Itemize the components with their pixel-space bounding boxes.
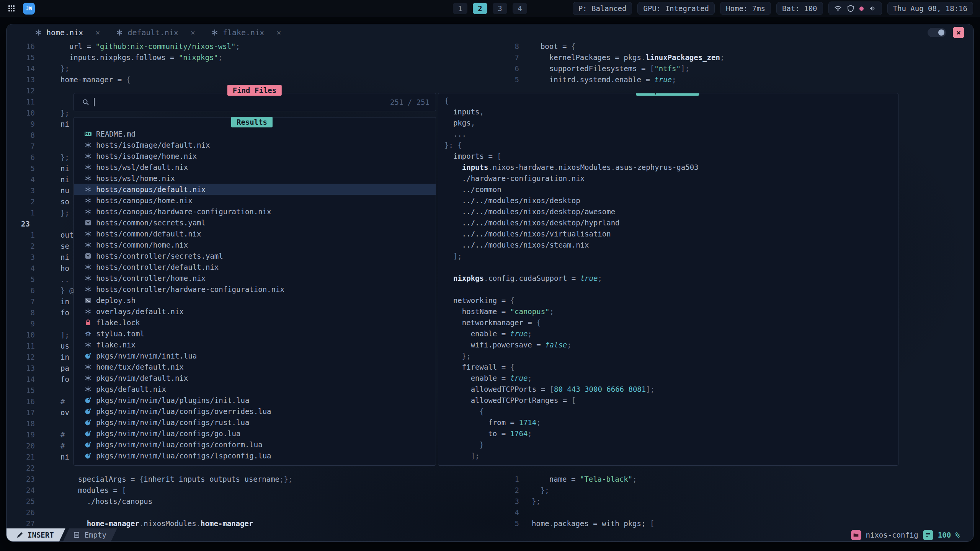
- preview-text: wifi.powersave = false;: [444, 339, 572, 350]
- line-number: 18: [7, 418, 35, 429]
- code-line[interactable]: 6 supportedFilesystems = ["ntfs"];: [500, 63, 973, 74]
- code-line[interactable]: 16 url = "github:nix-community/nixos-wsl…: [7, 41, 435, 52]
- code-text: ];: [60, 329, 69, 341]
- preview-line: ../../modules/nixos/steam.nix: [444, 240, 898, 251]
- result-item[interactable]: hosts/controller/secrets.yaml: [74, 250, 436, 261]
- finder-title-badge: Find Files: [227, 85, 282, 96]
- result-item[interactable]: hosts/canopus/default.nix: [74, 184, 436, 195]
- result-item[interactable]: pkgs/nvim/nvim/lua/configs/overrides.lua: [74, 406, 436, 417]
- result-item[interactable]: hosts/isoImage/home.nix: [74, 150, 436, 161]
- search-icon: [82, 98, 90, 106]
- result-item[interactable]: flake.nix: [74, 339, 436, 350]
- code-line[interactable]: 4: [500, 507, 973, 518]
- result-name: flake.lock: [96, 318, 140, 327]
- result-item[interactable]: hosts/wsl/home.nix: [74, 173, 436, 184]
- preview-text: };: [444, 350, 471, 362]
- search-input[interactable]: 251 / 251: [74, 93, 436, 111]
- code-line[interactable]: 26: [7, 507, 435, 518]
- code-text: };: [532, 496, 541, 507]
- right-pane-top: 8 boot = {7 kernelPackages = pkgs.linuxP…: [500, 41, 973, 85]
- code-text: in: [60, 296, 69, 307]
- code-line[interactable]: 3};: [500, 496, 973, 507]
- code-line[interactable]: 5 initrd.systemd.enable = true;: [500, 74, 973, 85]
- code-text: #: [60, 440, 65, 452]
- result-item[interactable]: stylua.toml: [74, 328, 436, 339]
- tab-close-icon[interactable]: ×: [95, 28, 100, 37]
- distro-logo[interactable]: JW: [23, 3, 35, 15]
- code-line[interactable]: 24 modules = [: [7, 485, 435, 496]
- code-line[interactable]: 7 kernelPackages = pkgs.linuxPackages_ze…: [500, 52, 973, 63]
- result-item[interactable]: hosts/common/secrets.yaml: [74, 217, 436, 228]
- code-line[interactable]: 15 inputs.nixpkgs.follows = "nixpkgs";: [7, 52, 435, 63]
- code-line[interactable]: 5home.packages = with pkgs; [: [500, 518, 973, 528]
- system-tray[interactable]: [828, 2, 882, 15]
- tab-close-icon[interactable]: ×: [191, 28, 195, 37]
- result-item[interactable]: home/tux/default.nix: [74, 361, 436, 372]
- result-item[interactable]: hosts/canopus/hardware-configuration.nix: [74, 206, 436, 217]
- window-close-button[interactable]: ×: [953, 27, 964, 38]
- code-line[interactable]: 2 };: [500, 485, 973, 496]
- result-item[interactable]: hosts/controller/default.nix: [74, 261, 436, 272]
- result-item[interactable]: pkgs/nvim/nvim/lua/plugins/init.lua: [74, 395, 436, 406]
- code-text: name = "Tela-black";: [532, 474, 637, 485]
- result-item[interactable]: pkgs/nvim/default.nix: [74, 372, 436, 383]
- result-item[interactable]: deploy.sh: [74, 295, 436, 306]
- workspace-2[interactable]: 2: [473, 3, 487, 14]
- preview-line: };: [444, 350, 898, 362]
- line-number: 5: [7, 274, 35, 285]
- preview-text: ../common: [444, 184, 501, 195]
- result-item[interactable]: pkgs/nvim/nvim/lua/configs/lspconfig.lua: [74, 450, 436, 461]
- preview-line: ../../modules/nixos/virtualisation: [444, 228, 898, 240]
- nix-file-icon: [115, 28, 124, 37]
- result-name: hosts/controller/home.nix: [96, 274, 206, 282]
- code-text: nu: [60, 185, 69, 196]
- result-item[interactable]: README.md: [74, 128, 436, 139]
- result-item[interactable]: pkgs/default.nix: [74, 383, 436, 395]
- code-line[interactable]: 13home-manager = {: [7, 74, 435, 85]
- toggle-switch[interactable]: [928, 28, 946, 37]
- buffer-label: Empty: [85, 531, 106, 539]
- result-item[interactable]: pkgs/nvim/nvim/init.lua: [74, 350, 436, 361]
- code-line[interactable]: 1 name = "Tela-black";: [500, 474, 973, 485]
- result-item[interactable]: hosts/isoImage/default.nix: [74, 139, 436, 150]
- tab-home-nix[interactable]: home.nix×: [26, 24, 108, 41]
- preview-line: to = 1764;: [444, 428, 898, 439]
- result-item[interactable]: hosts/canopus/home.nix: [74, 195, 436, 206]
- result-item[interactable]: hosts/common/default.nix: [74, 228, 436, 239]
- preview-text: networkmanager = {: [444, 317, 541, 328]
- result-item[interactable]: pkgs/nvim/nvim/lua/configs/go.lua: [74, 428, 436, 439]
- app-launcher-icon[interactable]: [7, 4, 16, 13]
- line-number: 6: [500, 63, 519, 74]
- line-number: 9: [7, 119, 35, 130]
- code-text: fo: [60, 374, 69, 385]
- code-text: home.packages = with pkgs; [: [532, 518, 654, 528]
- tab-label: flake.nix: [223, 28, 264, 37]
- result-item[interactable]: hosts/wsl/default.nix: [74, 161, 436, 173]
- result-item[interactable]: pkgs/nvim/nvim/lua/configs/rust.lua: [74, 417, 436, 428]
- tab-flake-nix[interactable]: flake.nix×: [203, 24, 289, 41]
- code-line[interactable]: 23 specialArgs = {inherit inputs outputs…: [7, 474, 435, 485]
- lua-file-icon: [84, 452, 92, 460]
- code-line[interactable]: 25 ./hosts/canopus: [7, 496, 435, 507]
- telescope-prompt: Find Files 251 / 251: [74, 93, 436, 111]
- result-item[interactable]: hosts/controller/home.nix: [74, 272, 436, 284]
- result-item[interactable]: flake.lock: [74, 317, 436, 328]
- tab-close-icon[interactable]: ×: [276, 28, 281, 37]
- result-item[interactable]: hosts/controller/hardware-configuration.…: [74, 284, 436, 295]
- result-item[interactable]: hosts/common/home.nix: [74, 239, 436, 250]
- line-number: 4: [7, 174, 35, 185]
- code-line[interactable]: 8 boot = {: [500, 41, 973, 52]
- workspace-1[interactable]: 1: [453, 3, 467, 14]
- tabbar: home.nix×default.nix×flake.nix× ×: [7, 24, 973, 41]
- code-line[interactable]: 14};: [7, 63, 435, 74]
- result-item[interactable]: overlays/default.nix: [74, 306, 436, 317]
- line-number: 7: [500, 52, 519, 63]
- tab-label: home.nix: [46, 28, 83, 37]
- tab-default-nix[interactable]: default.nix×: [108, 24, 203, 41]
- workspace-4[interactable]: 4: [513, 3, 527, 14]
- code-line[interactable]: 27 home-manager.nixosModules.home-manage…: [7, 518, 435, 528]
- code-text: ni: [60, 252, 69, 263]
- result-name: hosts/canopus/default.nix: [96, 185, 206, 194]
- workspace-3[interactable]: 3: [493, 3, 507, 14]
- result-item[interactable]: pkgs/nvim/nvim/lua/configs/conform.lua: [74, 439, 436, 450]
